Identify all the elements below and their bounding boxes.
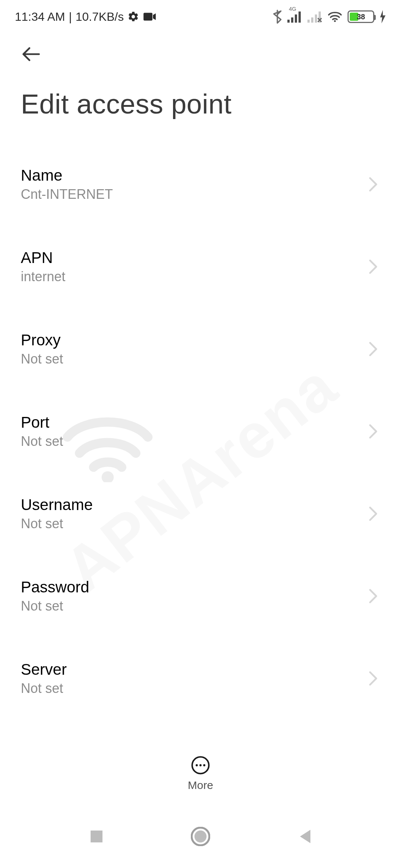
row-sub: Not set: [21, 351, 63, 367]
bluetooth-icon: [273, 10, 282, 24]
status-separator: |: [69, 10, 72, 24]
row-title: Username: [21, 496, 93, 514]
chevron-right-icon: [368, 341, 378, 357]
row-apn[interactable]: APN internet: [0, 236, 401, 298]
status-speed: 10.7KB/s: [76, 10, 124, 24]
settings-icon: [127, 11, 139, 23]
row-sub: Not set: [21, 434, 63, 449]
status-bar: 11:34 AM | 10.7KB/s 4G: [0, 0, 401, 26]
svg-rect-16: [91, 831, 102, 842]
signal-off-icon: [307, 11, 322, 23]
charging-icon: [379, 10, 386, 23]
chevron-right-icon: [368, 259, 378, 274]
square-icon: [89, 829, 104, 844]
triangle-left-icon: [297, 828, 312, 845]
row-title: APN: [21, 249, 65, 267]
svg-point-15: [203, 764, 205, 766]
row-sub: internet: [21, 269, 65, 285]
row-mmsc[interactable]: MMSC Not set: [0, 730, 401, 742]
chevron-right-icon: [368, 588, 378, 604]
circle-icon: [191, 827, 210, 846]
row-title: Proxy: [21, 331, 63, 349]
row-sub: Cnt-INTERNET: [21, 187, 113, 202]
svg-rect-2: [287, 20, 290, 23]
svg-rect-3: [291, 17, 293, 23]
row-title: Password: [21, 578, 89, 596]
row-sub: Not set: [21, 516, 93, 532]
back-button[interactable]: [18, 41, 45, 68]
row-title: Name: [21, 167, 113, 184]
chevron-right-icon: [368, 177, 378, 192]
svg-point-10: [334, 20, 336, 22]
chevron-right-icon: [368, 506, 378, 522]
camera-icon: [143, 12, 156, 22]
nav-home-button[interactable]: [186, 822, 215, 851]
row-proxy[interactable]: Proxy Not set: [0, 318, 401, 380]
row-title: Server: [21, 661, 67, 678]
arrow-left-icon: [21, 44, 42, 65]
row-sub: Not set: [21, 681, 67, 696]
row-password[interactable]: Password Not set: [0, 565, 401, 627]
svg-rect-5: [299, 11, 301, 23]
svg-point-14: [199, 764, 202, 766]
svg-rect-4: [295, 14, 297, 23]
action-bar: More: [0, 742, 401, 805]
chevron-right-icon: [368, 671, 378, 686]
svg-rect-7: [311, 17, 313, 23]
more-label: More: [188, 779, 213, 792]
svg-point-18: [195, 831, 207, 843]
svg-point-13: [196, 764, 198, 766]
signal-4g-icon: 4G: [287, 11, 302, 23]
svg-rect-8: [315, 14, 317, 23]
svg-rect-6: [307, 20, 310, 23]
row-name[interactable]: Name Cnt-INTERNET: [0, 153, 401, 216]
settings-list: Name Cnt-INTERNET APN internet Proxy Not…: [0, 153, 401, 742]
battery-icon: 38: [348, 10, 374, 23]
nav-recents-button[interactable]: [82, 822, 111, 851]
row-title: Port: [21, 414, 63, 431]
page-title: Edit access point: [21, 88, 380, 120]
nav-bar: [0, 805, 401, 868]
more-icon: [190, 755, 211, 775]
row-sub: Not set: [21, 598, 89, 614]
more-button[interactable]: More: [188, 755, 213, 792]
svg-rect-1: [144, 13, 153, 21]
row-username[interactable]: Username Not set: [0, 483, 401, 545]
row-server[interactable]: Server Not set: [0, 647, 401, 710]
wifi-icon: [327, 11, 342, 23]
nav-back-button[interactable]: [290, 822, 319, 851]
chevron-right-icon: [368, 424, 378, 439]
row-port[interactable]: Port Not set: [0, 400, 401, 463]
status-time: 11:34 AM: [15, 10, 65, 24]
